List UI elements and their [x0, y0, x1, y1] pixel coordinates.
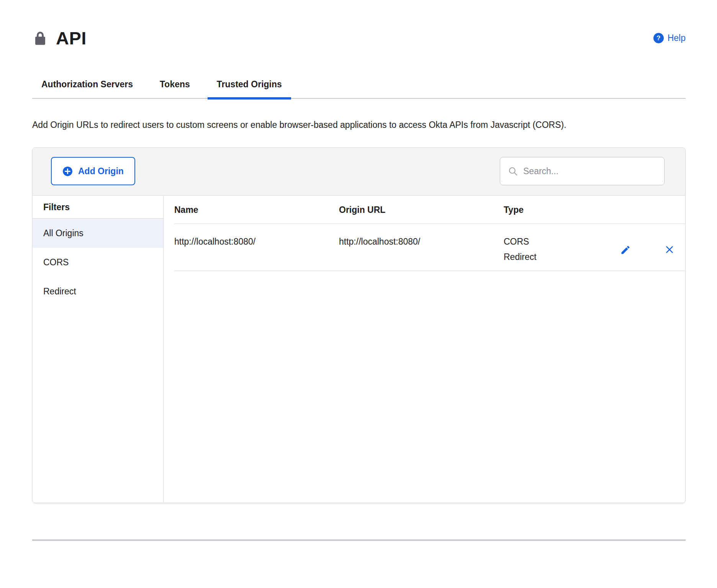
pencil-icon [620, 245, 631, 256]
filter-item-redirect[interactable]: Redirect [33, 277, 163, 306]
search-icon [508, 166, 518, 176]
cell-type: CORS Redirect [504, 224, 584, 271]
origins-table: Name Origin URL Type http://localhost:80… [174, 196, 685, 271]
origins-table-area: Name Origin URL Type http://localhost:80… [164, 196, 685, 503]
add-origin-label: Add Origin [78, 166, 124, 176]
tab-authorization-servers[interactable]: Authorization Servers [32, 74, 142, 98]
cell-origin-url: http://localhost:8080/ [339, 224, 504, 271]
page-description: Add Origin URLs to redirect users to cus… [32, 116, 588, 134]
column-header-actions [584, 196, 685, 224]
delete-origin-button[interactable] [665, 245, 674, 256]
search-input[interactable] [523, 166, 656, 176]
tab-trusted-origins[interactable]: Trusted Origins [208, 74, 291, 98]
help-link[interactable]: ? Help [653, 33, 686, 43]
help-label: Help [668, 33, 686, 43]
trusted-origins-panel: Add Origin Filters All Origins CORS Redi… [32, 147, 686, 503]
cell-actions [584, 224, 685, 271]
search-box [500, 157, 665, 185]
table-row: http://localhost:8080/ http://localhost:… [174, 224, 685, 271]
panel-body: Filters All Origins CORS Redirect Name O… [33, 196, 685, 503]
cell-name: http://localhost:8080/ [174, 224, 339, 271]
filter-item-cors[interactable]: CORS [33, 248, 163, 277]
help-icon: ? [653, 33, 664, 43]
column-header-type: Type [504, 196, 584, 224]
row-actions [584, 234, 678, 256]
page-title: API [56, 28, 87, 49]
column-header-name: Name [174, 196, 339, 224]
panel-toolbar: Add Origin [33, 148, 685, 196]
bottom-divider [32, 539, 686, 541]
filters-sidebar: Filters All Origins CORS Redirect [33, 196, 164, 503]
page-header: API ? Help [32, 28, 686, 49]
page-title-wrap: API [32, 28, 87, 49]
plus-icon [62, 166, 73, 176]
column-header-origin-url: Origin URL [339, 196, 504, 224]
filter-item-all-origins[interactable]: All Origins [33, 219, 163, 248]
table-header-row: Name Origin URL Type [174, 196, 685, 224]
close-icon [665, 245, 674, 256]
add-origin-button[interactable]: Add Origin [51, 157, 135, 185]
tab-tokens[interactable]: Tokens [151, 74, 199, 98]
filters-title: Filters [33, 196, 163, 219]
type-cors: CORS [504, 234, 576, 249]
edit-origin-button[interactable] [620, 245, 631, 256]
type-redirect: Redirect [504, 249, 576, 265]
tab-bar: Authorization Servers Tokens Trusted Ori… [32, 74, 686, 99]
lock-icon [32, 29, 48, 47]
